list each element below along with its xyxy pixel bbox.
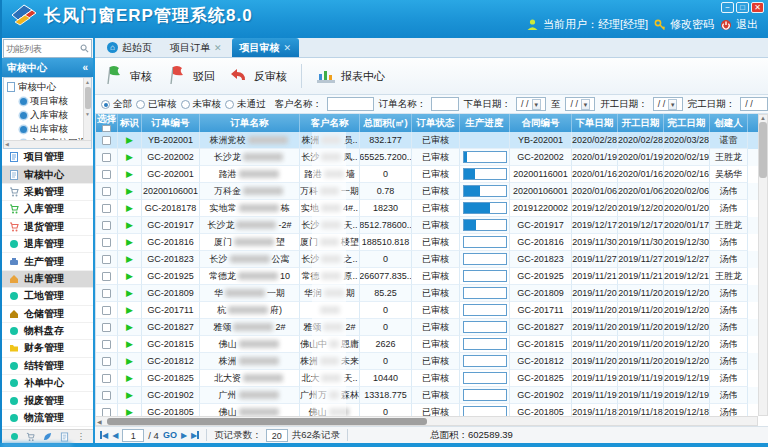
next-page-button[interactable]: ▶ [181, 431, 187, 440]
order-date-from-input[interactable]: / /▼ [516, 97, 546, 111]
sidebar-module[interactable]: 采购管理 [2, 184, 93, 201]
row-checkbox[interactable] [102, 357, 111, 366]
sidebar-module[interactable]: 项目管理 [2, 149, 93, 166]
sidebar-module[interactable]: 生产管理 [2, 253, 93, 270]
order-date-to-input[interactable]: / /▼ [565, 97, 595, 111]
row-checkbox[interactable] [102, 374, 111, 383]
cart-icon[interactable] [26, 432, 35, 441]
table-row[interactable]: ▶GC-201711杭府)0已审核GC-2017112019/11/202019… [96, 302, 758, 319]
radio-未审核[interactable]: 未审核 [181, 98, 222, 111]
table-row[interactable]: ▶20200106001万科金万科一期0.78已审核20200106001202… [96, 183, 758, 200]
row-checkbox[interactable] [102, 170, 111, 179]
sidebar-panel-header[interactable]: 审核中心 « [2, 58, 93, 77]
column-header[interactable]: 订单名称 [200, 114, 300, 132]
row-checkbox[interactable] [102, 408, 111, 417]
row-checkbox[interactable] [102, 204, 111, 213]
row-checkbox[interactable] [102, 323, 111, 332]
审核-button[interactable]: 审核 [103, 64, 152, 88]
function-search[interactable] [3, 39, 92, 58]
table-row[interactable]: ▶GC-201925常德龙10常德原..266077.835..已审核GC-20… [96, 268, 758, 285]
table-row[interactable]: ▶GC-201827雅颂2#雅颂2#0已审核GC-2018272019/11/2… [96, 319, 758, 336]
row-checkbox[interactable] [102, 255, 111, 264]
column-header[interactable]: 完工日期 [664, 114, 710, 132]
column-header[interactable]: 订单状态 [412, 114, 460, 132]
column-header[interactable]: 合同编号 [510, 114, 572, 132]
table-row[interactable]: ▶GC-201902广州广州万森林13318.775已审核GC-20190220… [96, 387, 758, 404]
doc-icon[interactable] [60, 432, 69, 441]
row-checkbox[interactable] [102, 391, 111, 400]
tree-vertical-scrollbar[interactable]: ▲▼ [83, 78, 91, 148]
table-row[interactable]: ▶GC-201815佛山佛山中恩庸2626已审核GC-2018152019/11… [96, 336, 758, 353]
sidebar-module[interactable]: 工地管理 [2, 288, 93, 305]
more-dots-icon[interactable]: ⋮ [76, 432, 85, 441]
sidebar-module[interactable]: 入库管理 [2, 201, 93, 218]
table-row[interactable]: ▶GC-201825北大资北大天..10440已审核GC-2018252019/… [96, 370, 758, 387]
table-row[interactable]: ▶GC-201809华一期华润期85.25已审核GC-2018092019/11… [96, 285, 758, 302]
change-password-button[interactable]: 修改密码 [654, 17, 714, 32]
sidebar-module[interactable]: 补单中心 [2, 375, 93, 392]
驳回-button[interactable]: 驳回 [166, 64, 215, 88]
tree-root-audit-center[interactable]: 审核中心 [7, 80, 91, 94]
tab-起始页[interactable]: ⌂起始页 [99, 38, 160, 57]
sidebar-module[interactable]: 审核中心 [2, 166, 93, 183]
close-button[interactable]: ✕ [751, 2, 764, 13]
row-checkbox[interactable] [102, 272, 111, 281]
chevron-down-icon[interactable]: ▼ [532, 99, 541, 110]
last-page-button[interactable]: ▶ [191, 431, 199, 440]
go-button[interactable]: GO [163, 430, 177, 440]
prev-page-button[interactable]: ◀ [112, 431, 118, 440]
column-header[interactable]: 标识 [118, 114, 142, 132]
报表中心-button[interactable]: 报表中心 [316, 66, 385, 86]
sidebar-module[interactable]: 结转管理 [2, 358, 93, 375]
row-checkbox[interactable] [102, 187, 111, 196]
table-horizontal-scrollbar[interactable]: ◀ [95, 416, 758, 426]
green-dot-icon[interactable] [10, 432, 19, 441]
radio-未通过[interactable]: 未通过 [225, 98, 266, 111]
first-page-button[interactable]: ◀ [100, 431, 108, 440]
collapse-icon[interactable]: « [82, 62, 88, 73]
page-number-input[interactable]: 1 [122, 429, 144, 442]
row-checkbox[interactable] [102, 153, 111, 162]
row-checkbox[interactable] [102, 221, 111, 230]
sidebar-module[interactable]: 物流管理 [2, 410, 93, 427]
table-row[interactable]: ▶GC-201917长沙龙-2#长沙天..8512.78600..已审核GC-2… [96, 217, 758, 234]
column-header[interactable]: 下单日期 [572, 114, 618, 132]
tree-item[interactable]: 出库审核 [7, 122, 91, 136]
column-header[interactable]: 客户名称 [300, 114, 360, 132]
sidebar-module[interactable]: 退库管理 [2, 236, 93, 253]
table-vertical-scrollbar[interactable]: ▲ [758, 114, 768, 416]
radio-已审核[interactable]: 已审核 [136, 98, 177, 111]
customer-name-input[interactable] [327, 97, 374, 111]
sidebar-module[interactable]: 财务管理 [2, 340, 93, 357]
row-checkbox[interactable] [102, 306, 111, 315]
minimize-button[interactable]: − [721, 2, 734, 13]
row-checkbox[interactable] [102, 136, 111, 145]
sidebar-module[interactable]: 仓储管理 [2, 306, 93, 323]
leaf-icon[interactable] [43, 432, 52, 441]
sidebar-module[interactable]: 出库管理 [2, 271, 93, 288]
chevron-down-icon[interactable]: ▼ [668, 99, 677, 110]
table-row[interactable]: ▶GC-201816厦门望厦门楼望188510.818已审核GC-2018162… [96, 234, 758, 251]
maximize-button[interactable]: □ [736, 2, 749, 13]
tree-horizontal-scrollbar[interactable]: ◀ [4, 140, 91, 148]
page-size-input[interactable]: 20 [266, 429, 288, 442]
column-header[interactable]: 订单编号 [142, 114, 200, 132]
table-row[interactable]: ▶YB-202001株洲党校株洲员..832.177已审核YB-20200120… [96, 132, 758, 149]
table-row[interactable]: ▶GC-201823长沙公寓长沙之..0已审核GC-2018232019/11/… [96, 251, 758, 268]
start-date-input[interactable]: / /▼ [653, 97, 683, 111]
table-row[interactable]: ▶GC-202002长沙龙长沙凤..65525.7200..已审核GC-2020… [96, 149, 758, 166]
row-checkbox[interactable] [102, 340, 111, 349]
tree-item[interactable]: 项目审核 [7, 94, 91, 108]
column-header[interactable]: 总面积(㎡) [360, 114, 412, 132]
反审核-button[interactable]: 反审核 [229, 66, 287, 86]
column-header[interactable]: 创建人 [710, 114, 748, 132]
table-row[interactable]: ▶GC-201805佛山佛山0已审核GC-2018052019/11/18201… [96, 404, 758, 416]
column-header[interactable]: 选择 [96, 114, 118, 132]
tab-项目订单[interactable]: 项目订单✕ [162, 38, 230, 57]
table-row[interactable]: ▶GC-201812株洲株洲未来0已审核GC-2018122019/11/202… [96, 353, 758, 370]
close-tab-icon[interactable]: ✕ [284, 43, 292, 53]
close-tab-icon[interactable]: ✕ [214, 43, 222, 53]
table-row[interactable]: ▶GC-202001路港路港墙0已审核202001160012020/01/16… [96, 166, 758, 183]
select-all-checkbox[interactable] [102, 125, 111, 133]
tree-item[interactable]: 入库审核 [7, 108, 91, 122]
